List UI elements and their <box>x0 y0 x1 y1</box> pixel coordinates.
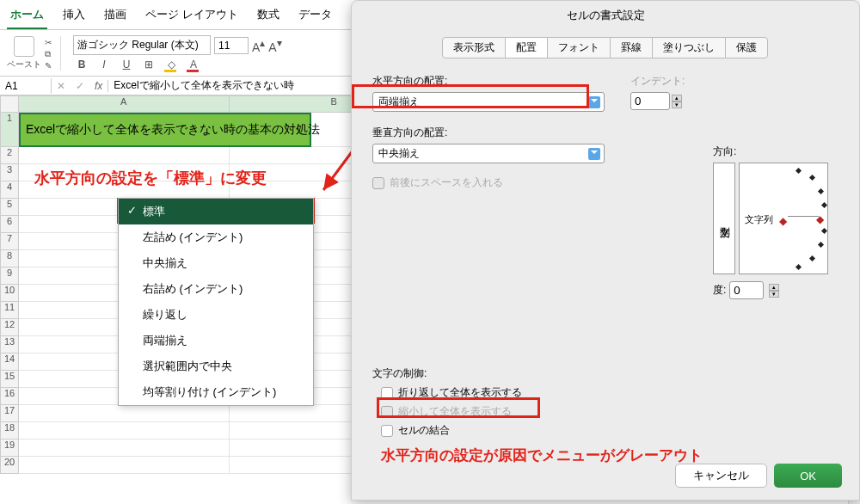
indent-stepper[interactable]: ▴▾ <box>672 95 682 108</box>
h-align-value: 両端揃え <box>378 95 420 109</box>
shrink-checkbox <box>381 406 393 418</box>
row-header[interactable]: 10 <box>0 285 19 302</box>
dlg-tab-font[interactable]: フォント <box>547 37 611 58</box>
cancel-button[interactable]: キャンセル <box>675 464 767 488</box>
selected-merged-cell[interactable]: Excelで縮小して全体を表示できない時の基本の対処法 <box>19 113 311 147</box>
format-cells-dialog: セルの書式設定 表示形式 配置 フォント 罫線 塗りつぶし 保護 水平方向の配置… <box>351 0 860 501</box>
paste-icon[interactable] <box>14 36 34 57</box>
tab-layout[interactable]: ページ レイアウト <box>142 3 242 29</box>
row-header[interactable]: 14 <box>0 353 19 371</box>
row-header[interactable]: 16 <box>0 388 19 405</box>
orientation-text: 文字列 <box>745 213 773 226</box>
annotation-text: 水平方向の設定が原因でメニューがグレーアウト <box>381 446 703 465</box>
degree-label: 度: <box>713 283 726 298</box>
row-header[interactable]: 5 <box>0 199 19 216</box>
row-header[interactable]: 2 <box>0 147 19 164</box>
shrink-label: 縮小して全体を表示する <box>398 404 512 419</box>
row-header[interactable]: 1 <box>0 113 19 147</box>
dlg-tab-fill[interactable]: 塗りつぶし <box>652 37 726 58</box>
orientation-vertical-button[interactable]: 文字列 <box>713 163 735 274</box>
copy-icon[interactable]: ⧉ <box>45 49 52 59</box>
font-size-down-icon[interactable]: A▾ <box>268 37 281 54</box>
tab-formula[interactable]: 数式 <box>254 3 283 29</box>
tab-data[interactable]: データ <box>295 3 335 29</box>
annotation-text: 水平方向の設定を「標準」に変更 <box>34 168 267 188</box>
border-button[interactable]: ⊞ <box>140 58 157 71</box>
cancel-formula-icon[interactable]: ✕ <box>52 80 71 92</box>
ok-button[interactable]: OK <box>774 464 842 488</box>
merge-label: セルの結合 <box>398 423 450 438</box>
chevron-down-icon <box>588 148 600 160</box>
dd-item-standard[interactable]: 標準 <box>119 199 313 224</box>
row-header[interactable]: 18 <box>0 422 19 439</box>
indent-label: インデント: <box>630 74 685 89</box>
dd-item-center[interactable]: 中央揃え <box>119 250 313 276</box>
chevron-down-icon <box>588 96 600 108</box>
tab-insert[interactable]: 挿入 <box>59 3 89 29</box>
fill-color-button[interactable]: ◇ <box>163 58 180 71</box>
space-label: 前後にスペースを入れる <box>390 175 503 190</box>
row-header[interactable]: 8 <box>0 250 19 267</box>
dialog-title: セルの書式設定 <box>352 1 859 30</box>
dd-item-justify[interactable]: 両端揃え <box>119 328 313 353</box>
degree-input[interactable] <box>729 281 764 299</box>
tab-draw[interactable]: 描画 <box>101 3 130 29</box>
space-checkbox <box>372 177 384 189</box>
font-size-select[interactable]: 11 <box>214 37 249 54</box>
name-box[interactable]: A1 <box>0 78 52 94</box>
format-painter-icon[interactable]: ✎ <box>45 61 52 71</box>
select-all-corner[interactable] <box>0 95 19 113</box>
dd-item-left[interactable]: 左詰め (インデント) <box>119 224 313 250</box>
bold-button[interactable]: B <box>73 58 90 71</box>
row-header[interactable]: 15 <box>0 371 19 388</box>
underline-button[interactable]: U <box>118 58 135 71</box>
row-header[interactable]: 12 <box>0 319 19 336</box>
font-color-button[interactable]: A <box>185 58 202 71</box>
cut-icon[interactable]: ✂︎ <box>45 38 52 47</box>
row-header[interactable]: 13 <box>0 336 19 353</box>
font-name-select[interactable]: 游ゴシック Regular (本文) <box>73 35 211 55</box>
wrap-checkbox[interactable] <box>381 387 393 399</box>
row-header[interactable]: 4 <box>0 181 19 199</box>
dialog-tabs: 表示形式 配置 フォント 罫線 塗りつぶし 保護 <box>352 37 859 58</box>
merge-checkbox[interactable] <box>381 425 393 437</box>
row-header[interactable]: 6 <box>0 216 19 233</box>
dd-item-distributed[interactable]: 均等割り付け (インデント) <box>119 379 313 405</box>
dlg-tab-border[interactable]: 罫線 <box>610 37 653 58</box>
text-control-label: 文字の制御: <box>372 366 522 381</box>
row-header[interactable]: 3 <box>0 164 19 181</box>
tab-home[interactable]: ホーム <box>7 3 47 29</box>
italic-button[interactable]: I <box>95 58 113 71</box>
dd-item-repeat[interactable]: 繰り返し <box>119 302 313 328</box>
confirm-formula-icon[interactable]: ✓ <box>71 80 89 92</box>
h-align-select[interactable]: 両端揃え <box>372 92 605 112</box>
row-header[interactable]: 7 <box>0 233 19 250</box>
font-size-up-icon[interactable]: A▴ <box>252 37 265 54</box>
row-header[interactable]: 20 <box>0 457 19 474</box>
orientation-dial[interactable]: 文字列 ◆ ◆ <box>739 163 828 274</box>
h-align-dropdown: 標準 左詰め (インデント) 中央揃え 右詰め (インデント) 繰り返し 両端揃… <box>118 198 314 406</box>
row-header[interactable]: 9 <box>0 267 19 285</box>
dd-item-right[interactable]: 右詰め (インデント) <box>119 276 313 302</box>
row-header[interactable]: 19 <box>0 439 19 457</box>
degree-stepper[interactable]: ▴▾ <box>769 284 779 298</box>
v-align-label: 垂直方向の配置: <box>372 126 605 140</box>
col-header-a[interactable]: A <box>19 95 230 113</box>
wrap-label: 折り返して全体を表示する <box>398 385 522 400</box>
row-header[interactable]: 11 <box>0 302 19 319</box>
orientation-label: 方向: <box>713 144 828 159</box>
paste-group: ペースト ✂︎ ⧉ ✎ <box>7 36 61 71</box>
v-align-select[interactable]: 中央揃え <box>372 144 605 163</box>
dd-item-center-across[interactable]: 選択範囲内で中央 <box>119 353 313 379</box>
indent-input[interactable] <box>630 92 670 110</box>
cell-text: Excelで縮小して全体を表示できない時の基本の対処法 <box>26 122 320 138</box>
row-header[interactable]: 17 <box>0 405 19 422</box>
paste-label: ペースト <box>7 58 41 71</box>
fx-label[interactable]: fx <box>89 80 108 92</box>
dlg-tab-alignment[interactable]: 配置 <box>505 37 548 58</box>
dlg-tab-protect[interactable]: 保護 <box>725 37 768 58</box>
h-align-label: 水平方向の配置: <box>372 74 605 89</box>
font-group: 游ゴシック Regular (本文) 11 A▴ A▾ B I U ⊞ ◇ A <box>66 35 289 71</box>
dlg-tab-number[interactable]: 表示形式 <box>442 37 506 58</box>
v-align-value: 中央揃え <box>378 146 420 161</box>
